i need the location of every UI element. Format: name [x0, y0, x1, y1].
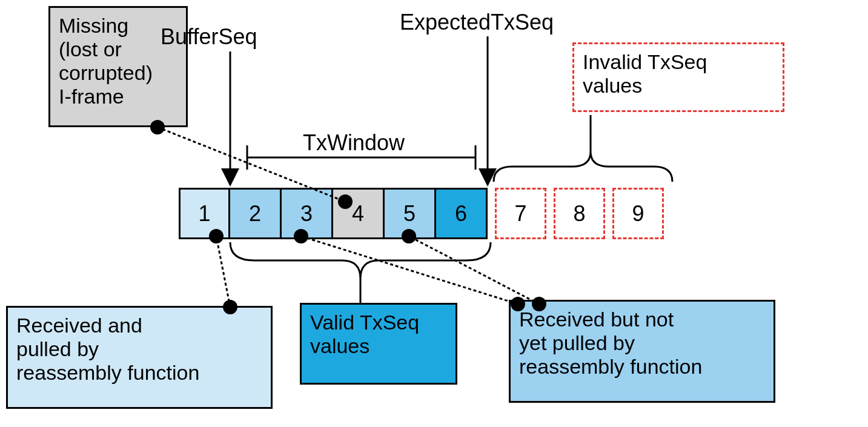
cell-3-label: 3 [300, 201, 313, 227]
box-received-pulled: Received andpulled byreassembly function [6, 306, 273, 409]
cell-3: 3 [282, 188, 333, 239]
cell-6-label: 6 [455, 201, 467, 227]
cell-1-label: 1 [198, 201, 210, 227]
label-txwindow: TxWindow [303, 130, 405, 156]
cell-4: 4 [333, 188, 385, 239]
cell-1: 1 [179, 188, 230, 239]
brace-invalid [494, 151, 672, 182]
cell-5: 5 [385, 188, 436, 239]
cell-6: 6 [436, 188, 488, 239]
box-invalid-txseq: Invalid TxSeqvalues [572, 42, 784, 112]
cell-9: 9 [612, 188, 664, 239]
line-notpulled-to-3 [301, 236, 518, 304]
cell-8-label: 8 [573, 201, 585, 227]
line-notpulled-to-5 [409, 236, 539, 304]
box-valid-text: Valid TxSeqvalues [310, 311, 419, 357]
box-received-notpulled-text: Received but notyet pulled byreassembly … [519, 308, 702, 378]
diagram-root: 1 2 3 4 5 6 7 8 9 Missing(lost orcorrupt… [0, 0, 868, 427]
sequence-row: 1 2 3 4 5 6 7 8 9 [179, 188, 664, 239]
box-received-notpulled: Received but notyet pulled byreassembly … [509, 300, 775, 403]
cell-8: 8 [554, 188, 605, 239]
line-pulled-to-1 [216, 236, 230, 307]
cell-5-label: 5 [403, 201, 416, 227]
box-missing-text: Missing(lost orcorrupted)I-frame [59, 14, 153, 108]
brace-valid [230, 242, 491, 279]
label-expected: ExpectedTxSeq [400, 10, 554, 35]
cell-7: 7 [495, 188, 546, 239]
cell-4-label: 4 [352, 201, 364, 227]
label-bufferseq: BufferSeq [161, 24, 257, 50]
cell-2: 2 [230, 188, 282, 239]
cell-7-label: 7 [514, 201, 526, 227]
box-received-pulled-text: Received andpulled byreassembly function [16, 314, 199, 384]
box-valid-txseq: Valid TxSeqvalues [300, 303, 457, 385]
box-invalid-text: Invalid TxSeqvalues [583, 50, 707, 97]
cell-2-label: 2 [249, 201, 261, 227]
cell-9-label: 9 [632, 201, 644, 227]
